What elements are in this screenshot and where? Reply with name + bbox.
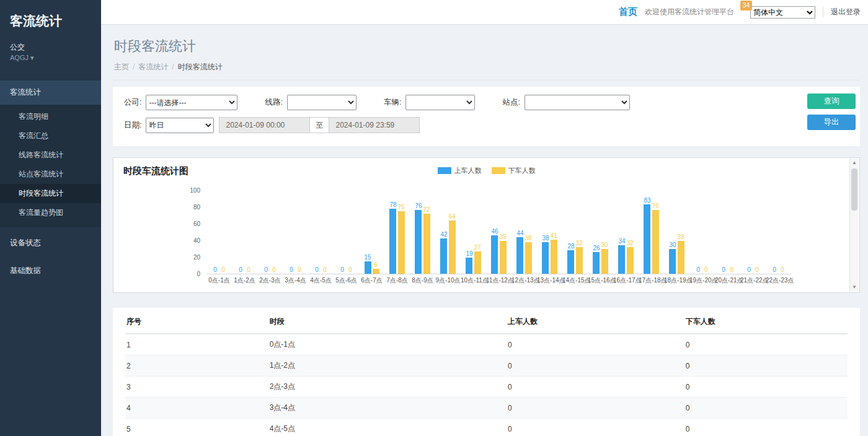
bar[interactable] [491, 235, 498, 274]
bar[interactable] [449, 220, 456, 274]
bar-value-label: 0 [348, 266, 352, 273]
logout-link[interactable]: 退出登录 [823, 7, 861, 17]
sidebar-section-device-status[interactable]: 设备状态 [0, 231, 101, 255]
sidebar-item-passenger-detail[interactable]: 客流明细 [0, 107, 101, 126]
bar-group: 00 [740, 266, 766, 274]
bar[interactable] [678, 241, 684, 274]
chart-scrollbar[interactable]: ▲ ▼ [849, 159, 859, 292]
bar[interactable] [389, 209, 396, 274]
scroll-up-icon[interactable]: ▲ [852, 159, 857, 167]
bar-value-label: 0 [221, 266, 225, 273]
date-to-input[interactable] [329, 117, 420, 133]
breadcrumb-section[interactable]: 客流统计 [138, 63, 168, 71]
home-link[interactable]: 首页 [619, 6, 637, 18]
x-tick-label: 6点-7点 [359, 276, 384, 285]
bar-value-label: 0 [247, 266, 250, 273]
table-cell: 0 [684, 419, 848, 436]
export-button[interactable]: 导出 [807, 115, 856, 130]
bar-value-label: 44 [516, 230, 523, 237]
legend-item[interactable]: 下车人数 [492, 166, 536, 175]
scroll-down-icon[interactable]: ▼ [852, 283, 857, 292]
table-row[interactable]: 32点-3点00 [125, 377, 848, 398]
bar-value-label: 39 [500, 233, 507, 240]
table-row[interactable]: 21点-2点00 [125, 355, 848, 377]
bar[interactable] [373, 269, 379, 274]
x-tick-label: 4点-5点 [308, 276, 334, 285]
bar[interactable] [500, 241, 507, 274]
sidebar-section-passenger-stats[interactable]: 客流统计 [0, 81, 101, 105]
bar-column: 0 [720, 266, 727, 274]
notification-badge[interactable]: 34 [740, 1, 752, 11]
bar-value-label: 64 [449, 213, 456, 220]
chart-plot: 0000000000001567875767242641927463944383… [206, 191, 791, 274]
bar[interactable] [415, 210, 422, 274]
bar[interactable] [576, 247, 583, 274]
sidebar-item-line-stats[interactable]: 线路客流统计 [0, 146, 101, 165]
table-row[interactable]: 43点-4点00 [125, 398, 848, 419]
bar[interactable] [365, 261, 371, 274]
bar-value-label: 78 [389, 201, 396, 208]
sidebar-item-period-stats[interactable]: 时段客流统计 [0, 184, 101, 203]
query-button[interactable]: 查询 [807, 94, 856, 109]
bar-value-label: 0 [747, 266, 751, 273]
bar-column: 32 [576, 240, 583, 274]
chart-plot-column: 0000000000001567875767242641927463944383… [206, 191, 791, 285]
bar-value-label: 0 [315, 266, 319, 273]
bar[interactable] [644, 204, 650, 274]
bar[interactable] [551, 240, 557, 274]
y-tick-label: 60 [193, 220, 200, 227]
legend-item[interactable]: 上车人数 [438, 166, 482, 175]
table-row[interactable]: 54点-5点00 [125, 419, 848, 436]
bar[interactable] [398, 211, 405, 274]
bar[interactable] [542, 242, 549, 274]
bar[interactable] [440, 238, 447, 274]
chart-body: 020406080100 000000000000156787576724264… [178, 191, 849, 285]
sidebar-item-station-stats[interactable]: 站点客流统计 [0, 165, 101, 184]
bar[interactable] [593, 252, 600, 274]
vehicle-select[interactable] [405, 95, 475, 110]
bar-group: 7875 [384, 201, 410, 274]
date-from-input[interactable] [219, 117, 310, 133]
bar-column: 0 [339, 266, 346, 274]
main-area: 首页 欢迎使用客流统计管理平台 34 简体中文 退出登录 时段客流统计 主页/客… [101, 0, 868, 436]
x-tick-label: 0点-1点 [206, 276, 232, 285]
chevron-down-icon: ▾ [30, 54, 34, 61]
date-preset-select[interactable]: 昨日 [146, 118, 214, 133]
submenu-passenger-stats: 客流明细 客流汇总 线路客流统计 站点客流统计 时段客流统计 客流量趋势图 [0, 105, 101, 227]
line-select[interactable] [287, 95, 356, 110]
x-tick-label: 2点-3点 [257, 276, 283, 285]
bar[interactable] [601, 249, 608, 274]
bar-column: 39 [500, 233, 507, 274]
line-label: 线路: [265, 97, 282, 108]
bar-value-label: 83 [644, 197, 650, 204]
bar[interactable] [516, 237, 523, 274]
language-select[interactable]: 简体中文 [750, 6, 815, 19]
table-cell: 0 [684, 377, 848, 398]
bar[interactable] [652, 210, 659, 274]
breadcrumb-separator: / [133, 63, 135, 71]
table-row[interactable]: 10点-1点00 [125, 334, 848, 355]
bar-column: 0 [728, 266, 735, 274]
bar[interactable] [525, 242, 532, 274]
bar[interactable] [669, 249, 676, 274]
bar[interactable] [627, 247, 634, 274]
bar-group: 3039 [664, 233, 689, 274]
page-title: 时段客流统计 [114, 37, 859, 56]
bar[interactable] [423, 214, 430, 274]
scrollbar-thumb[interactable] [851, 168, 857, 211]
bar[interactable] [474, 251, 481, 274]
sidebar-item-passenger-summary[interactable]: 客流汇总 [0, 126, 101, 146]
sidebar-item-trend-chart[interactable]: 客流量趋势图 [0, 203, 101, 222]
bar[interactable] [618, 245, 625, 274]
bar[interactable] [567, 250, 574, 274]
breadcrumb-separator: / [172, 63, 174, 71]
bar-value-label: 34 [618, 238, 625, 245]
station-select[interactable] [525, 95, 630, 110]
bar-group: 00 [232, 266, 257, 274]
org-selector[interactable]: AQGJ ▾ [0, 54, 101, 64]
bar[interactable] [466, 258, 472, 274]
scrollbar-track[interactable] [850, 167, 859, 283]
sidebar-section-base-data[interactable]: 基础数据 [0, 259, 101, 283]
company-select[interactable]: ---请选择--- [146, 95, 237, 110]
breadcrumb-home[interactable]: 主页 [114, 63, 129, 71]
